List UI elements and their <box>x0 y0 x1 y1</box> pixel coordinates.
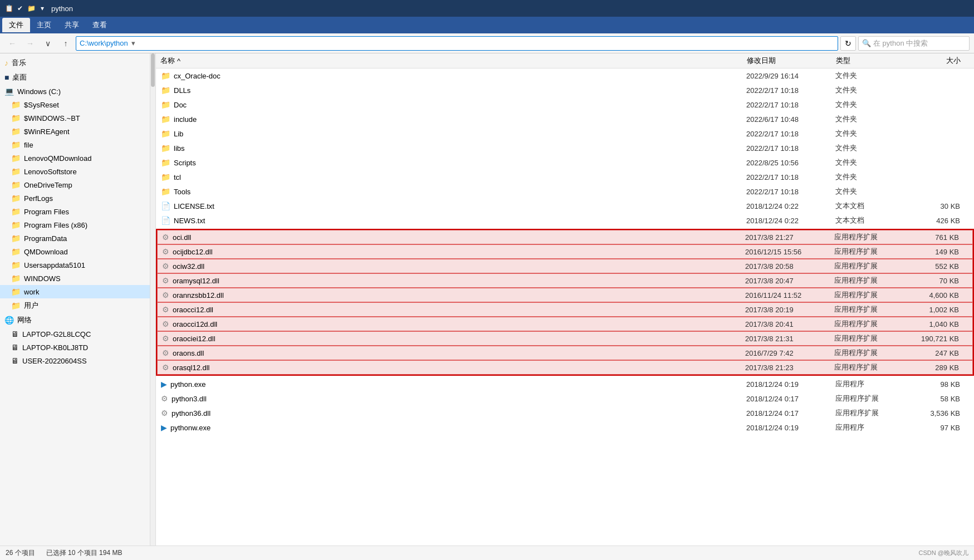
table-row[interactable]: ⚙ orasql12.dll 2017/3/8 21:23 应用程序扩展 289… <box>157 360 973 375</box>
sidebar-item-usersappdata[interactable]: 📁 Usersappdata5101 <box>0 258 155 272</box>
sidebar-item-work[interactable]: 📁 work <box>0 285 155 298</box>
sidebar-item-lenovosoft[interactable]: 📁 LenovoSoftstore <box>0 165 155 178</box>
title-dropdown-icon: ▾ <box>38 4 47 13</box>
sidebar-item-label: LenovoSoftstore <box>24 168 151 176</box>
search-box[interactable]: 🔍 在 python 中搜索 <box>858 36 970 51</box>
folder-icon: 📁 <box>11 247 21 256</box>
table-row[interactable]: 📁 cx_Oracle-doc 2022/9/29 16:14 文件夹 <box>156 68 974 83</box>
folder-icon: 📁 <box>11 261 21 269</box>
selected-info: 已选择 10 个项目 194 MB <box>46 548 123 558</box>
sidebar-item-label: 桌面 <box>12 72 151 82</box>
address-dropdown-button[interactable]: ▾ <box>128 39 139 47</box>
table-row[interactable]: ⚙ oraons.dll 2016/7/29 7:42 应用程序扩展 247 K… <box>157 346 973 360</box>
table-row[interactable]: 📄 LICENSE.txt 2018/12/24 0:22 文本文档 30 KB <box>156 199 974 213</box>
col-header-size[interactable]: 大小 <box>914 56 970 66</box>
content-area: 名称 ^ 修改日期 类型 大小 📁 cx_Oracle-doc 2022/9/2… <box>156 53 974 546</box>
sidebar-item-qmdownload[interactable]: 📁 QMDownload <box>0 245 155 258</box>
address-bar[interactable]: C:\work\python ▾ <box>76 36 838 51</box>
sidebar-item-laptop-kb0[interactable]: 🖥 LAPTOP-KB0LJ8TD <box>0 341 155 354</box>
pc-icon: 🖥 <box>11 343 19 352</box>
back-button[interactable]: ← <box>4 36 20 51</box>
table-row[interactable]: ⚙ oraociei12.dll 2017/3/8 21:31 应用程序扩展 1… <box>157 331 973 346</box>
sidebar-item-label: file <box>24 141 151 149</box>
table-row[interactable]: 📁 Doc 2022/2/17 10:18 文件夹 <box>156 97 974 112</box>
table-row[interactable]: 📁 tcl 2022/2/17 10:18 文件夹 <box>156 170 974 184</box>
forward-button[interactable]: → <box>22 36 38 51</box>
sidebar-item-sysreset[interactable]: 📁 $SysReset <box>0 98 155 111</box>
sidebar-item-label: WINDOWS <box>24 274 151 283</box>
title-folder-icon: 📁 <box>27 4 36 13</box>
table-row[interactable]: ⚙ oramysql12.dll 2017/3/8 20:47 应用程序扩展 7… <box>157 273 973 288</box>
sidebar-item-program-files[interactable]: 📁 Program Files <box>0 205 155 218</box>
sidebar-item-windows-bt[interactable]: 📁 $WINDOWS.~BT <box>0 111 155 125</box>
ribbon-tab-share[interactable]: 共享 <box>58 18 86 32</box>
folder-icon: 📁 <box>11 301 21 310</box>
sidebar-item-programdata[interactable]: 📁 ProgramData <box>0 232 155 245</box>
ribbon-tab-file[interactable]: 文件 <box>2 18 30 32</box>
refresh-button[interactable]: ↻ <box>840 36 856 51</box>
table-row[interactable]: ▶ pythonw.exe 2018/12/24 0:19 应用程序 97 KB <box>156 420 974 435</box>
up-button[interactable]: ↑ <box>58 36 74 51</box>
sidebar: ♪ 音乐 ■ 桌面 💻 Windows (C:) 📁 $SysReset 📁 $… <box>0 53 156 546</box>
ribbon-tab-home[interactable]: 主页 <box>30 18 58 32</box>
table-row[interactable]: ⚙ orannzsbb12.dll 2016/11/24 11:52 应用程序扩… <box>157 288 973 302</box>
table-row[interactable]: 📁 Lib 2022/2/17 10:18 文件夹 <box>156 126 974 141</box>
sidebar-item-users[interactable]: 📁 用户 <box>0 298 155 313</box>
dll-icon: ⚙ <box>162 334 169 343</box>
table-row[interactable]: ⚙ oraocci12d.dll 2017/3/8 20:41 应用程序扩展 1… <box>157 317 973 331</box>
col-header-date[interactable]: 修改日期 <box>747 56 836 66</box>
sidebar-item-lenovoqm[interactable]: 📁 LenovoQMDownload <box>0 151 155 165</box>
folder-icon: 📁 <box>11 220 21 229</box>
sidebar-item-music[interactable]: ♪ 音乐 <box>0 56 155 70</box>
folder-icon: 📁 <box>11 234 21 243</box>
sidebar-item-label: 网络 <box>17 315 151 325</box>
table-row[interactable]: ⚙ oraocci12.dll 2017/3/8 20:19 应用程序扩展 1,… <box>157 302 973 317</box>
address-row: ← → ∨ ↑ C:\work\python ▾ ↻ 🔍 在 python 中搜… <box>0 33 974 53</box>
table-row[interactable]: 📁 Scripts 2022/8/25 10:56 文件夹 <box>156 155 974 170</box>
folder-icon: 📁 <box>11 154 21 163</box>
table-row[interactable]: ⚙ ocijdbc12.dll 2016/12/15 15:56 应用程序扩展 … <box>157 244 973 259</box>
title-bar-icons: 📋 ✔ 📁 ▾ <box>4 4 47 13</box>
sidebar-item-network[interactable]: 🌐 网络 <box>0 313 155 327</box>
ribbon-tab-view[interactable]: 查看 <box>86 18 114 32</box>
sidebar-item-label: LAPTOP-KB0LJ8TD <box>22 343 151 352</box>
sidebar-item-winreagent[interactable]: 📁 $WinREAgent <box>0 125 155 138</box>
folder-icon: 📁 <box>161 144 170 153</box>
sidebar-item-user-2022[interactable]: 🖥 USER-20220604SS <box>0 354 155 367</box>
table-row[interactable]: ▶ python.exe 2018/12/24 0:19 应用程序 98 KB <box>156 377 974 391</box>
table-row[interactable]: ⚙ ociw32.dll 2017/3/8 20:58 应用程序扩展 552 K… <box>157 259 973 273</box>
folder-icon: 📁 <box>161 129 170 138</box>
col-header-name[interactable]: 名称 ^ <box>160 56 747 66</box>
sidebar-item-onedrive[interactable]: 📁 OneDriveTemp <box>0 178 155 191</box>
col-header-type[interactable]: 类型 <box>836 56 914 66</box>
folder-icon: 📁 <box>11 167 21 176</box>
sidebar-item-file[interactable]: 📁 file <box>0 138 155 151</box>
doc-icon: 📄 <box>161 202 170 210</box>
table-row[interactable]: 📄 NEWS.txt 2018/12/24 0:22 文本文档 426 KB <box>156 213 974 228</box>
sidebar-item-label: $WINDOWS.~BT <box>24 114 151 122</box>
drive-icon: 💻 <box>4 87 14 96</box>
dropdown-history-button[interactable]: ∨ <box>40 36 56 51</box>
sidebar-item-label: USER-20220604SS <box>22 357 151 365</box>
sidebar-item-windows-c[interactable]: 💻 Windows (C:) <box>0 85 155 98</box>
table-row[interactable]: ⚙ python36.dll 2018/12/24 0:17 应用程序扩展 3,… <box>156 406 974 420</box>
pc-icon: 🖥 <box>11 356 19 365</box>
table-row[interactable]: ⚙ python3.dll 2018/12/24 0:17 应用程序扩展 58 … <box>156 391 974 406</box>
sidebar-item-label: 用户 <box>24 301 151 311</box>
sidebar-item-program-files-x86[interactable]: 📁 Program Files (x86) <box>0 218 155 232</box>
sidebar-scrollbar[interactable] <box>150 53 155 546</box>
table-row[interactable]: 📁 DLLs 2022/2/17 10:18 文件夹 <box>156 83 974 97</box>
sidebar-item-desktop[interactable]: ■ 桌面 <box>0 70 155 85</box>
status-bar: 26 个项目 已选择 10 个项目 194 MB CSDN @晚风吹儿 <box>0 546 974 560</box>
sidebar-item-perflogs[interactable]: 📁 PerfLogs <box>0 191 155 205</box>
doc-icon: 📄 <box>161 216 170 225</box>
table-row[interactable]: 📁 Tools 2022/2/17 10:18 文件夹 <box>156 184 974 199</box>
sidebar-item-windows[interactable]: 📁 WINDOWS <box>0 272 155 285</box>
table-row[interactable]: 📁 libs 2022/2/17 10:18 文件夹 <box>156 141 974 155</box>
address-path: C:\work\python <box>80 39 128 47</box>
table-row[interactable]: ⚙ oci.dll 2017/3/8 21:27 应用程序扩展 761 KB <box>157 230 973 244</box>
sidebar-scroll-thumb[interactable] <box>151 53 155 87</box>
title-bar: 📋 ✔ 📁 ▾ python <box>0 0 974 17</box>
sidebar-item-laptop-g2l[interactable]: 🖥 LAPTOP-G2L8LCQC <box>0 327 155 341</box>
table-row[interactable]: 📁 include 2022/6/17 10:48 文件夹 <box>156 112 974 126</box>
